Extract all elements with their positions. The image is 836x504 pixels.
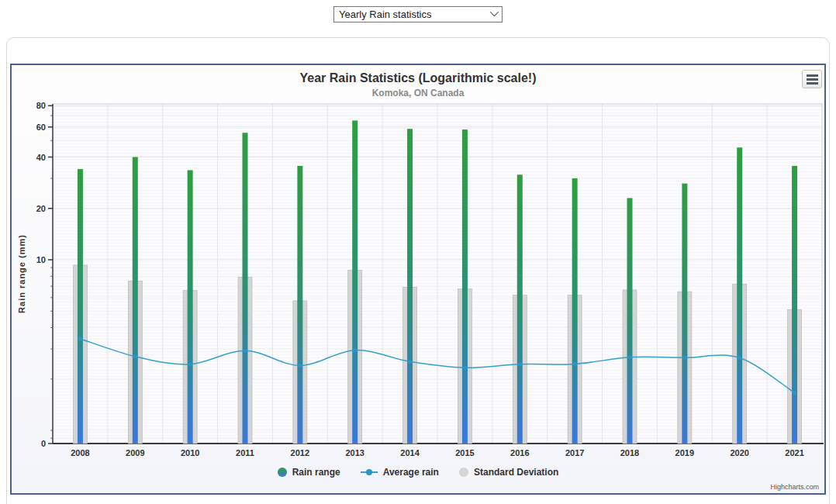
legend-label: Average rain <box>383 467 439 478</box>
svg-text:10: 10 <box>36 255 46 264</box>
svg-text:2008: 2008 <box>71 448 89 457</box>
chart-card: Year Rain Statistics (Logarithmic scale!… <box>6 37 830 504</box>
svg-text:2012: 2012 <box>291 448 309 457</box>
svg-text:80: 80 <box>36 101 46 110</box>
svg-text:2020: 2020 <box>730 448 748 457</box>
svg-text:2018: 2018 <box>620 448 639 457</box>
x-axis-labels: 2008200920102011201220132014201520162017… <box>71 448 804 457</box>
y-axis-labels: 80604020100 <box>36 101 46 448</box>
legend: Rain rangeAverage rainStandard Deviation <box>12 467 824 478</box>
average-rain-marker-icon <box>361 468 378 477</box>
rain-range-marker-icon <box>278 468 287 477</box>
chart-container: Year Rain Statistics (Logarithmic scale!… <box>10 64 826 495</box>
svg-text:2015: 2015 <box>455 448 474 457</box>
gridlines <box>53 104 822 444</box>
top-toolbar: Yearly Rain statistics <box>0 0 836 31</box>
dataset-select[interactable]: Yearly Rain statistics <box>333 6 503 22</box>
axes <box>48 104 824 444</box>
svg-text:2019: 2019 <box>675 448 694 457</box>
svg-text:2010: 2010 <box>181 448 199 457</box>
svg-text:2016: 2016 <box>510 448 529 457</box>
svg-text:0: 0 <box>41 439 46 448</box>
highcharts-credit[interactable]: Highcharts.com <box>770 483 819 491</box>
legend-item-rain-range[interactable]: Rain range <box>278 467 340 478</box>
chevron-down-icon <box>490 8 499 16</box>
svg-text:2009: 2009 <box>126 448 144 457</box>
svg-text:40: 40 <box>36 153 46 162</box>
std-deviation-marker-icon <box>459 468 468 477</box>
dataset-select-value: Yearly Rain statistics <box>339 9 431 20</box>
svg-text:2021: 2021 <box>785 448 803 457</box>
svg-text:60: 60 <box>36 123 46 132</box>
svg-text:20: 20 <box>36 204 46 213</box>
svg-text:2011: 2011 <box>236 448 254 457</box>
legend-item-average-rain[interactable]: Average rain <box>361 467 439 478</box>
y-axis-title: Rain range (mm) <box>17 234 26 313</box>
legend-label: Rain range <box>292 467 340 478</box>
svg-text:2017: 2017 <box>565 448 584 457</box>
svg-text:2014: 2014 <box>400 448 420 457</box>
legend-label: Standard Deviation <box>474 467 558 478</box>
svg-text:2013: 2013 <box>345 448 364 457</box>
chart-svg: 8060402010020082009201020112012201320142… <box>12 65 824 493</box>
legend-item-standard-deviation[interactable]: Standard Deviation <box>459 467 558 478</box>
